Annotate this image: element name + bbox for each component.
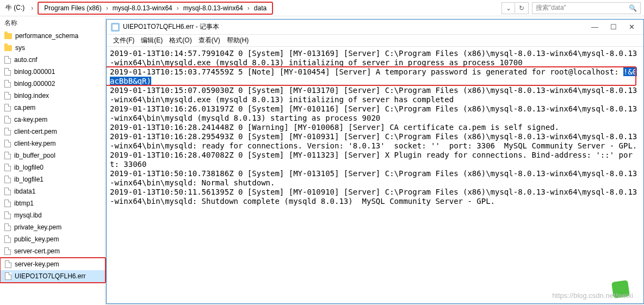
file-icon xyxy=(4,176,11,183)
file-icon xyxy=(4,80,11,88)
log-line: 2019-01-13T10:16:28.295493Z 0 [System] [… xyxy=(110,132,637,150)
file-icon xyxy=(5,260,11,268)
log-line: 2019-01-13T10:16:26.013197Z 0 [System] [… xyxy=(110,104,637,122)
file-item-label: server-key.pem xyxy=(15,260,59,268)
file-item[interactable]: binlog.000002 xyxy=(0,78,106,90)
menu-view[interactable]: 查看(V) xyxy=(196,36,222,45)
file-item-label: ibdata1 xyxy=(14,188,35,195)
file-item[interactable]: ib_logfile0 xyxy=(0,161,106,173)
file-item[interactable]: ibtmp1 xyxy=(0,197,106,209)
file-item[interactable]: private_key.pem xyxy=(0,221,106,233)
breadcrumb-part[interactable]: Program Files (x86) xyxy=(42,3,103,13)
file-item-label: binlog.000002 xyxy=(14,80,55,88)
search-icon: 🔍 xyxy=(629,4,637,12)
log-line: 2019-01-13T10:14:57.799104Z 0 [System] [… xyxy=(110,49,637,67)
search-input[interactable]: 搜索"data" 🔍 xyxy=(532,2,641,14)
file-icon xyxy=(4,92,11,99)
file-item[interactable]: server-key.pem xyxy=(1,258,105,270)
file-icon xyxy=(4,128,11,135)
file-item-label: private_key.pem xyxy=(14,223,61,231)
file-icon xyxy=(4,164,11,171)
file-item[interactable]: client-key.pem xyxy=(0,138,106,150)
file-item-label: server-cert.pem xyxy=(14,247,60,255)
file-item-label: UIEPO1TO7LQFLH6.err xyxy=(15,272,86,280)
menu-edit[interactable]: 编辑(E) xyxy=(139,36,165,45)
file-item[interactable]: binlog.index xyxy=(0,90,106,102)
file-icon xyxy=(4,200,11,207)
file-icon xyxy=(4,247,11,255)
file-item-label: ca.pem xyxy=(14,104,35,111)
file-icon xyxy=(4,116,11,123)
maximize-button[interactable]: ☐ xyxy=(610,23,617,31)
search-placeholder: 搜索"data" xyxy=(536,3,566,13)
file-icon xyxy=(4,56,11,64)
breadcrumb-part[interactable]: mysql-8.0.13-winx64 xyxy=(110,3,175,13)
minimize-button[interactable]: — xyxy=(591,23,598,31)
file-item[interactable]: binlog.000001 xyxy=(0,66,106,78)
chevron-right-icon: › xyxy=(246,4,251,12)
dropdown-icon[interactable]: ⌄ xyxy=(502,3,515,13)
folder-icon xyxy=(4,33,12,39)
column-header-name[interactable]: 名称 xyxy=(0,16,106,30)
notepad-menu: 文件(F) 编辑(E) 格式(O) 查看(V) 帮助(H) xyxy=(107,35,643,47)
close-button[interactable]: ✕ xyxy=(629,23,635,31)
notepad-window: UIEPO1TO7LQFLH6.err - 记事本 — ☐ ✕ 文件(F) 编辑… xyxy=(106,19,644,304)
menu-format[interactable]: 格式(O) xyxy=(167,36,194,45)
file-item-label: ca-key.pem xyxy=(14,116,47,123)
breadcrumb-highlight: Program Files (x86) › mysql-8.0.13-winx6… xyxy=(38,2,273,15)
breadcrumb-root[interactable]: 牛 (C:) xyxy=(3,2,27,14)
file-item[interactable]: auto.cnf xyxy=(0,54,106,66)
file-item[interactable]: ib_buffer_pool xyxy=(0,150,106,161)
file-item[interactable]: sys xyxy=(0,42,106,54)
file-item-label: ibtmp1 xyxy=(14,200,34,207)
log-line: 2019-01-13T10:15:07.059030Z 0 [System] [… xyxy=(110,86,637,104)
file-item[interactable]: UIEPO1TO7LQFLH6.err xyxy=(1,270,105,282)
refresh-icon[interactable]: ↻ xyxy=(515,3,528,13)
file-item-label: binlog.000001 xyxy=(14,68,55,76)
file-highlight-box: server-key.pemUIEPO1TO7LQFLH6.err xyxy=(0,257,106,283)
file-icon xyxy=(4,223,11,231)
file-item-label: sys xyxy=(15,44,25,52)
breadcrumb-part[interactable]: data xyxy=(252,3,269,13)
notepad-titlebar[interactable]: UIEPO1TO7LQFLH6.err - 记事本 — ☐ ✕ xyxy=(107,20,643,35)
log-line: 2019-01-13T10:16:28.241448Z 0 [Warning] … xyxy=(110,123,559,132)
file-icon xyxy=(4,188,11,195)
file-item[interactable]: ibdata1 xyxy=(0,185,106,197)
file-item[interactable]: server-cert.pem xyxy=(0,245,106,257)
file-item-label: public_key.pem xyxy=(14,235,59,243)
folder-icon xyxy=(4,45,12,51)
notepad-content[interactable]: 2019-01-13T10:14:57.799104Z 0 [System] [… xyxy=(107,47,643,303)
breadcrumb-part[interactable]: mysql-8.0.13-winx64 xyxy=(181,3,245,13)
chevron-right-icon: › xyxy=(30,4,34,12)
file-item[interactable]: ca-key.pem xyxy=(0,114,106,126)
file-item[interactable]: mysql.ibd xyxy=(0,209,106,221)
file-item[interactable]: public_key.pem xyxy=(0,233,106,245)
file-icon xyxy=(4,140,11,147)
file-list-panel: 名称 performance_schemasysauto.cnfbinlog.0… xyxy=(0,16,106,305)
log-line: 2019-01-13T10:50:11.561395Z 0 [System] [… xyxy=(110,188,637,206)
menu-help[interactable]: 帮助(H) xyxy=(225,36,251,45)
log-line: 2019-01-13T10:50:10.738186Z 0 [System] [… xyxy=(110,169,637,187)
file-icon xyxy=(4,104,11,111)
file-item-label: performance_schema xyxy=(15,32,78,40)
file-icon xyxy=(5,272,11,280)
file-item[interactable]: ca.pem xyxy=(0,102,106,114)
file-icon xyxy=(4,152,11,159)
file-item[interactable]: ib_logfile1 xyxy=(0,173,106,185)
notepad-title: UIEPO1TO7LQFLH6.err - 记事本 xyxy=(123,22,219,32)
chevron-right-icon: › xyxy=(105,4,109,12)
log-line: 2019-01-13T10:16:28.407082Z 0 [System] [… xyxy=(110,151,633,169)
file-item-label: ib_logfile0 xyxy=(14,164,44,171)
file-item-label: client-cert.pem xyxy=(14,128,57,135)
file-icon xyxy=(4,68,11,76)
file-item-label: ib_logfile1 xyxy=(14,176,44,183)
log-line: 2019-01-13T10:15:03.774559Z 5 [Note] [MY… xyxy=(110,67,623,76)
nav-buttons: ⌄ ↻ xyxy=(501,2,529,14)
menu-file[interactable]: 文件(F) xyxy=(111,36,137,45)
file-item[interactable]: performance_schema xyxy=(0,30,106,42)
file-item-label: auto.cnf xyxy=(14,56,38,64)
chevron-right-icon: › xyxy=(176,4,180,12)
file-icon xyxy=(4,235,11,243)
file-item-label: mysql.ibd xyxy=(14,211,42,219)
file-item[interactable]: client-cert.pem xyxy=(0,126,106,138)
